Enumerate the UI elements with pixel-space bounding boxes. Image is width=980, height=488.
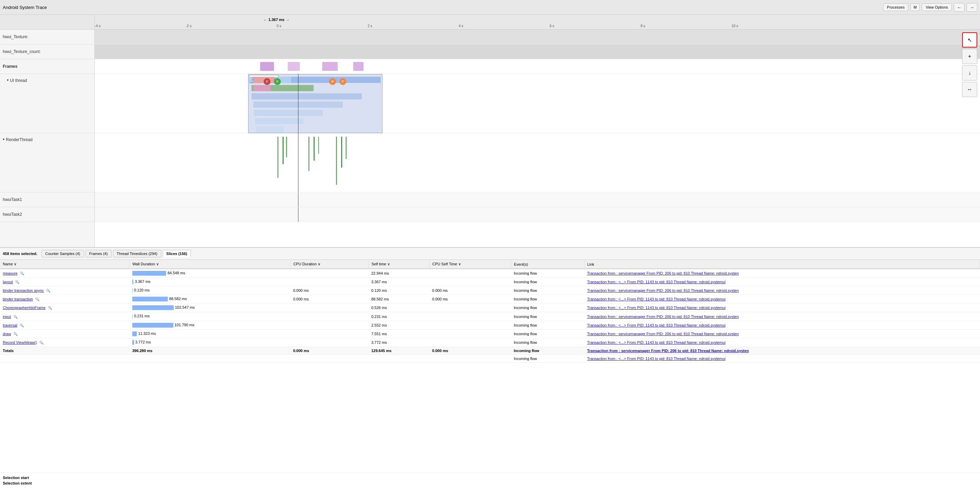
col-name[interactable]: Name ∨ bbox=[0, 260, 130, 269]
cell-event: Incoming flow bbox=[511, 286, 584, 295]
tab-thread-timeslices[interactable]: Thread Timeslices (294) bbox=[113, 250, 161, 257]
tab-frames[interactable]: Frames (4) bbox=[86, 250, 111, 257]
tab-slices[interactable]: Slices (156) bbox=[163, 250, 191, 257]
cell-cpu-duration: 0.000 ms bbox=[291, 286, 369, 295]
search-icon[interactable]: 🔍 bbox=[47, 306, 52, 310]
col-link: Link bbox=[584, 260, 980, 269]
search-icon[interactable]: 🔍 bbox=[38, 341, 43, 344]
cell-link: Transaction from : <...> From PID: 1143 … bbox=[584, 278, 980, 286]
zoom-in-button[interactable]: + bbox=[962, 49, 977, 64]
tick-minus4: -4 s bbox=[95, 15, 100, 29]
track-ui-thread: 2,849.274 ms F F P F bbox=[95, 74, 980, 133]
forward-button[interactable]: → bbox=[967, 3, 977, 12]
cell-cpu-duration bbox=[291, 355, 369, 362]
back-button[interactable]: ← bbox=[954, 3, 964, 12]
cell-wall-duration: 88.582 ms bbox=[130, 295, 291, 304]
cell-event: Incoming flow bbox=[511, 312, 584, 321]
transaction-link[interactable]: Transaction from : <...> From PID: 1143 … bbox=[587, 356, 726, 361]
m-button[interactable]: M bbox=[910, 3, 920, 11]
name-link[interactable]: layout bbox=[3, 280, 13, 284]
name-link[interactable]: binder transaction bbox=[3, 297, 33, 301]
timeline-tracks[interactable]: 2,849.274 ms F F P F bbox=[95, 30, 980, 247]
transaction-link[interactable]: Transaction from : <...> From PID: 1143 … bbox=[587, 341, 726, 344]
col-wall-duration[interactable]: Wall Duration ∨ bbox=[130, 260, 291, 269]
track-label-hwui-texture-count: hwui_Texture_count: bbox=[0, 44, 94, 59]
tick-6: 6 s bbox=[550, 15, 554, 29]
timeline-panel: -4 s -2 s 0 s 2 s 4 s 6 s 8 s 10 s ← 1.3… bbox=[95, 15, 980, 247]
render-bar-3 bbox=[286, 136, 287, 157]
cell-cpu-self-time bbox=[430, 330, 511, 338]
track-label-hwui-texture: hwui_Texture: bbox=[0, 30, 94, 44]
table-row: binder transaction 🔍88.582 ms0.000 ms88.… bbox=[0, 295, 980, 304]
col-self-time[interactable]: Self time ∨ bbox=[368, 260, 430, 269]
cursor-tool-button[interactable]: ↖ bbox=[962, 32, 977, 48]
transaction-link[interactable]: Transaction from : servicemanager From P… bbox=[587, 315, 739, 318]
transaction-link[interactable]: Transaction from : servicemanager From P… bbox=[587, 288, 739, 293]
main-area: hwui_Texture: hwui_Texture_count: Frames… bbox=[0, 15, 980, 488]
duration-bar bbox=[132, 340, 134, 345]
transaction-link[interactable]: Transaction from : <...> From PID: 1143 … bbox=[587, 323, 726, 327]
search-icon[interactable]: 🔍 bbox=[14, 280, 19, 284]
track-labels-panel: hwui_Texture: hwui_Texture_count: Frames… bbox=[0, 15, 95, 247]
toolbar-right: ↖ + ↓ ↔ bbox=[962, 32, 977, 97]
cell-cpu-self-time bbox=[430, 321, 511, 330]
cell-name: Choreographer#doFrame 🔍 bbox=[0, 304, 130, 312]
name-link[interactable]: Choreographer#doFrame bbox=[3, 306, 46, 310]
name-link[interactable]: draw bbox=[3, 332, 11, 336]
time-cursor-task1 bbox=[298, 192, 298, 207]
table-row: measure 🔍84.548 ms22.944 msIncoming flow… bbox=[0, 269, 980, 278]
table-row: Totals396.280 ms0.000 ms129.645 ms0.000 … bbox=[0, 347, 980, 355]
col-cpu-duration[interactable]: CPU Duration ∨ bbox=[291, 260, 369, 269]
track-hwui-texture-count bbox=[95, 44, 980, 59]
time-cursor-task2 bbox=[298, 207, 298, 222]
cell-wall-duration: 0.120 ms bbox=[130, 286, 291, 295]
transaction-link[interactable]: Transaction from : <...> From PID: 1143 … bbox=[587, 297, 726, 301]
tabs-row: 458 items selected. Counter Samples (4) … bbox=[0, 248, 980, 260]
tab-counter-samples[interactable]: Counter Samples (4) bbox=[41, 250, 84, 257]
table-body: measure 🔍84.548 ms22.944 msIncoming flow… bbox=[0, 269, 980, 362]
render-bar-7 bbox=[336, 136, 337, 185]
cell-wall-duration: 3.772 ms bbox=[130, 338, 291, 347]
search-icon[interactable]: 🔍 bbox=[13, 332, 18, 336]
ui-thread-arrow: ▾ bbox=[7, 78, 9, 82]
duration-bar bbox=[132, 297, 168, 301]
cell-event: Incoming flow bbox=[511, 321, 584, 330]
name-link[interactable]: binder transaction async bbox=[3, 288, 44, 293]
view-options-button[interactable]: View Options bbox=[922, 3, 952, 11]
cell-wall-duration: 0.231 ms bbox=[130, 312, 291, 321]
ui-bar-row3 bbox=[251, 93, 362, 100]
zoom-out-button[interactable]: ↓ bbox=[962, 65, 977, 81]
search-icon[interactable]: 🔍 bbox=[34, 297, 39, 301]
cell-cpu-duration bbox=[291, 304, 369, 312]
ui-bar-row7 bbox=[256, 126, 283, 133]
selection-extent-row: Selection extent bbox=[3, 481, 977, 485]
transaction-link[interactable]: Transaction from : servicemanager From P… bbox=[587, 349, 749, 353]
name-link[interactable]: Record View#draw() bbox=[3, 341, 37, 344]
transaction-link[interactable]: Transaction from : servicemanager From P… bbox=[587, 332, 739, 336]
cell-wall-duration: 11.323 ms bbox=[130, 330, 291, 338]
transaction-link[interactable]: Transaction from : <...> From PID: 1143 … bbox=[587, 306, 726, 310]
duration-bar bbox=[132, 323, 173, 328]
fit-button[interactable]: ↔ bbox=[962, 82, 977, 97]
duration-bar bbox=[132, 331, 137, 336]
search-icon[interactable]: 🔍 bbox=[13, 315, 18, 318]
cell-cpu-self-time bbox=[430, 355, 511, 362]
transaction-link[interactable]: Transaction from : <...> From PID: 1143 … bbox=[587, 280, 726, 284]
transaction-link[interactable]: Transaction from : servicemanager From P… bbox=[587, 271, 739, 275]
cell-self-time: 3.367 ms bbox=[368, 278, 430, 286]
search-icon[interactable]: 🔍 bbox=[45, 289, 50, 293]
processes-button[interactable]: Processes bbox=[883, 3, 908, 11]
cell-name: traversal 🔍 bbox=[0, 321, 130, 330]
cell-link: Transaction from : servicemanager From P… bbox=[584, 347, 980, 355]
data-table[interactable]: Name ∨ Wall Duration ∨ CPU Duration ∨ Se… bbox=[0, 260, 980, 472]
cell-event: Incoming flow bbox=[511, 330, 584, 338]
search-icon[interactable]: 🔍 bbox=[19, 271, 24, 275]
search-icon[interactable]: 🔍 bbox=[19, 323, 24, 327]
name-link[interactable]: traversal bbox=[3, 323, 17, 327]
cell-self-time: 0.120 ms bbox=[368, 286, 430, 295]
cell-cpu-duration bbox=[291, 312, 369, 321]
col-cpu-self-time[interactable]: CPU Self Time ∨ bbox=[430, 260, 511, 269]
cell-event: Incoming flow bbox=[511, 355, 584, 362]
name-link[interactable]: measure bbox=[3, 271, 18, 275]
name-link[interactable]: input bbox=[3, 315, 11, 318]
